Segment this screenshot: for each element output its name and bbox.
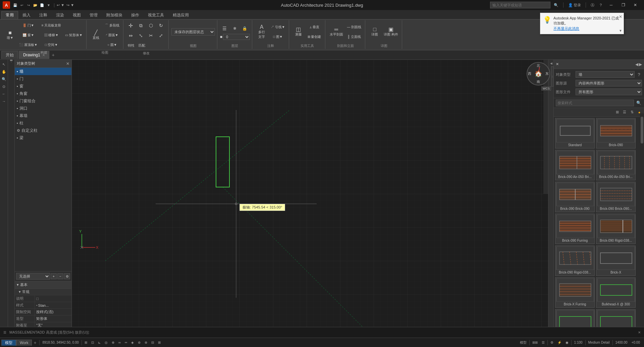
tree-custom-column[interactable]: ⚙ 自定义柱 xyxy=(15,127,71,134)
thumb-brick090[interactable]: Brick-090 xyxy=(596,118,636,149)
lt-pan-btn[interactable]: ✋ xyxy=(1,68,7,75)
otrack-btn[interactable]: ∞ xyxy=(117,339,122,346)
ribbon-tab-annotate[interactable]: 注释 xyxy=(35,11,52,19)
ribbon-tab-featured[interactable]: 精选应用 xyxy=(168,11,193,19)
ribbon-tab-common[interactable]: 常用 xyxy=(1,11,18,19)
qa-save[interactable]: 💾 xyxy=(12,2,18,8)
ortho-btn[interactable]: ⊾ xyxy=(97,339,102,346)
selection-sub-btn[interactable]: − xyxy=(57,273,63,279)
props-close-btn[interactable]: ✕ xyxy=(66,61,69,66)
detail-component-btn[interactable]: ▣ 详图 构件 xyxy=(382,22,400,42)
tab-start[interactable]: 开始 xyxy=(1,51,18,59)
lt-back-btn[interactable]: ← xyxy=(1,91,7,97)
isolate-btn[interactable]: ◉ xyxy=(564,339,570,346)
perf-btn[interactable]: ⚡ xyxy=(556,339,563,346)
layer-prop-btn[interactable]: ☰ xyxy=(220,24,229,33)
canvas-area[interactable]: X Y 极轴: 7545.54 < 315.00° xyxy=(72,60,553,327)
selection-settings-btn[interactable]: ⚙ xyxy=(64,273,70,279)
cmd-close-btn[interactable]: ✕ xyxy=(637,330,642,335)
work-tab[interactable]: Work xyxy=(16,340,32,346)
pline-btn[interactable]: ⌒ 多段线 xyxy=(103,21,121,30)
right-panel-scrollbar[interactable] xyxy=(640,113,644,327)
object-type-help[interactable]: ? xyxy=(636,71,642,78)
qa-redo[interactable]: ↪ xyxy=(25,2,32,8)
scrollbar-thumb[interactable] xyxy=(641,117,643,143)
door-btn[interactable]: 🚪 门▼ xyxy=(17,21,39,30)
mtext-btn[interactable]: A 多行 文字 xyxy=(255,22,268,42)
thumb-list-btn[interactable]: ☰ xyxy=(621,109,628,116)
lineweight-btn[interactable]: ═ xyxy=(123,339,128,346)
trim-btn[interactable]: ✂ xyxy=(146,31,156,40)
layer-lock-btn[interactable]: 🔒 xyxy=(240,24,250,33)
scale-btn[interactable]: ⤡ xyxy=(136,31,146,40)
viewport-grid-btn[interactable]: ⊞⊞ xyxy=(531,339,539,346)
window-btn[interactable]: 🪟 窗▼ xyxy=(17,31,39,40)
elev-btn[interactable]: 1400.00 xyxy=(614,339,629,346)
command-input[interactable] xyxy=(93,330,635,335)
elev-line-btn[interactable]: ║ 立面线 xyxy=(345,32,363,42)
basic-section[interactable]: ▾ 基本 xyxy=(15,281,71,289)
measure-btn[interactable]: ◫ 测量 xyxy=(292,22,305,42)
close-btn[interactable]: ✕ xyxy=(629,0,641,10)
wall-btn[interactable]: ■ 墙▼ xyxy=(3,25,17,45)
rph-fwd-btn[interactable]: ▶ xyxy=(639,62,642,67)
3dosnap-btn[interactable]: ⊛ xyxy=(143,339,149,346)
rph-back-btn[interactable]: ◀ xyxy=(635,62,638,67)
general-subsection[interactable]: ▾ 常规 xyxy=(15,289,71,295)
scale-btn-status[interactable]: 1:100 xyxy=(573,339,584,346)
wcs-badge[interactable]: WCS xyxy=(541,86,551,91)
ribbon-tab-insert[interactable]: 插入 xyxy=(18,11,35,19)
ribbon-tab-operate[interactable]: 操作 xyxy=(127,11,144,19)
app-logo[interactable]: A xyxy=(3,1,10,9)
ribbon-tab-render[interactable]: 渲染 xyxy=(52,11,68,19)
circle-btn[interactable]: ○ 圆▼ xyxy=(103,40,121,50)
table-btn[interactable]: □ 图▼ xyxy=(269,32,287,42)
lt-orbit-btn[interactable]: ⊙ xyxy=(1,83,7,90)
right-panel-close-x[interactable]: ✕ xyxy=(556,62,559,66)
thumb-standard[interactable]: Standard xyxy=(555,118,595,149)
trans-btn[interactable]: ◈ xyxy=(130,339,135,346)
ribbon-tab-visual[interactable]: 视觉工具 xyxy=(144,11,168,19)
osnap-btn[interactable]: ⊕ xyxy=(110,339,116,346)
autodesk-logo[interactable]: Ⓐ xyxy=(589,2,596,8)
ribbon-tab-manage[interactable]: 管理 xyxy=(85,11,102,19)
dynucs-btn[interactable]: ⊟ xyxy=(150,339,155,346)
snap-btn[interactable]: ⊞ xyxy=(83,339,89,346)
rotate-btn[interactable]: ↻ xyxy=(156,21,166,30)
model-tab[interactable]: 模型 xyxy=(1,340,16,346)
ribbon-tab-addins[interactable]: 附加模块 xyxy=(102,11,127,19)
dyn-input-btn[interactable]: ⊞ xyxy=(157,339,162,346)
sel-cycle-btn[interactable]: ⊚ xyxy=(137,339,142,346)
space-btn[interactable]: □ 空间▼ xyxy=(40,40,63,50)
detail-level-btn[interactable]: Medium Detail xyxy=(587,339,611,346)
mass-create-btn[interactable]: ⊞ 量创建 xyxy=(306,32,323,42)
thumb-brick090-brick2[interactable]: Brick-090 Brick-090... xyxy=(596,182,636,212)
thumb-brickx[interactable]: Brick-X xyxy=(596,245,636,276)
thumb-brick090-brick[interactable]: Brick-090 Brick-090 xyxy=(555,182,595,212)
grid-btn[interactable]: ⊡ xyxy=(90,339,95,346)
vert-btn[interactable]: ⊥ 垂直 xyxy=(306,22,323,32)
stair-btn[interactable]: ▤ 楼梯▼ xyxy=(40,31,63,40)
ribbon-tab-view[interactable]: 视图 xyxy=(68,11,85,19)
layer-freeze-btn[interactable]: ❄ xyxy=(230,24,239,33)
qa-dropdown[interactable]: ▼ xyxy=(46,2,52,8)
roof-btn[interactable]: ⬛ 屋顶板▼ xyxy=(17,40,39,50)
lt-zoom-btn[interactable]: 🔍 xyxy=(1,76,7,82)
tree-curtain-wall[interactable]: ▪ 幕墙 xyxy=(15,112,71,119)
search-icon-btn[interactable]: 🔍 xyxy=(552,2,560,8)
prop-match-btn[interactable]: 特性 xyxy=(126,41,136,50)
tools-palette-label[interactable]: 工具选项板 - 设计 xyxy=(9,60,14,64)
arc-btn[interactable]: ◜ 圆弧▼ xyxy=(103,31,121,40)
selection-dropdown[interactable]: 无选择 xyxy=(16,273,50,280)
tree-opening[interactable]: ▪ 洞口 xyxy=(15,105,71,112)
gear-settings-btn[interactable]: ⚙ xyxy=(549,339,555,346)
add-layout-btn[interactable]: + xyxy=(32,340,38,346)
tree-door-window-combo[interactable]: ▪ 门窗组合 xyxy=(15,97,71,105)
thumb-brick090-rigid2[interactable]: Brick-090 Rigid-038... xyxy=(555,245,595,276)
copy-btn[interactable]: ⧉ xyxy=(136,21,146,30)
thumb-brick090-rigid1[interactable]: Brick-090 Rigid-038... xyxy=(596,214,636,244)
section-line-btn[interactable]: — 剖面线 xyxy=(345,22,363,32)
help-btn[interactable]: ? xyxy=(598,2,604,8)
polar-btn[interactable]: ◎ xyxy=(103,339,109,346)
qa-open[interactable]: 📂 xyxy=(32,2,38,8)
